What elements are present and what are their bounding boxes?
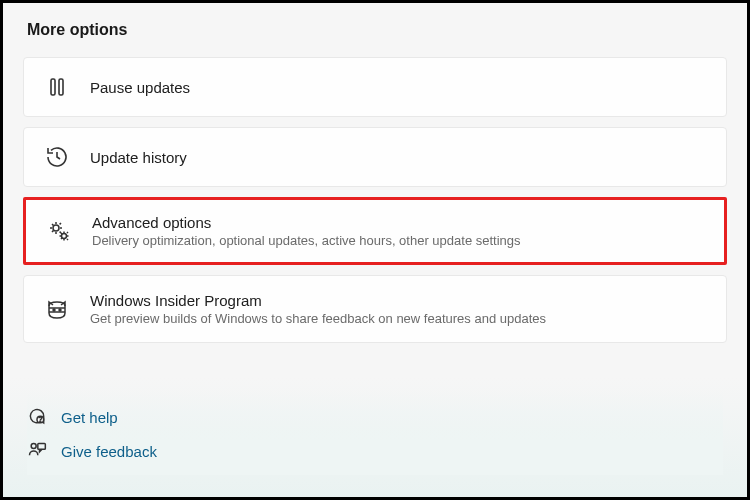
history-icon — [44, 144, 70, 170]
pause-updates-card[interactable]: Pause updates — [23, 57, 727, 117]
pause-icon — [44, 74, 70, 100]
give-feedback-link[interactable]: Give feedback — [27, 441, 723, 461]
windows-insider-card[interactable]: Windows Insider Program Get preview buil… — [23, 275, 727, 343]
footer-link-label: Get help — [61, 409, 118, 426]
svg-point-4 — [53, 309, 55, 311]
option-text: Pause updates — [90, 79, 190, 96]
option-label: Pause updates — [90, 79, 190, 96]
update-history-card[interactable]: Update history — [23, 127, 727, 187]
advanced-options-card[interactable]: Advanced options Delivery optimization, … — [23, 197, 727, 265]
option-text: Advanced options Delivery optimization, … — [92, 214, 521, 248]
feedback-icon — [27, 441, 47, 461]
svg-rect-0 — [51, 79, 55, 95]
svg-point-3 — [62, 234, 67, 239]
section-title: More options — [27, 21, 727, 39]
footer-link-label: Give feedback — [61, 443, 157, 460]
svg-point-8 — [31, 444, 36, 449]
option-label: Windows Insider Program — [90, 292, 546, 309]
svg-point-5 — [59, 309, 61, 311]
option-label: Update history — [90, 149, 187, 166]
help-icon — [27, 407, 47, 427]
option-text: Update history — [90, 149, 187, 166]
svg-rect-9 — [38, 444, 46, 450]
option-sublabel: Delivery optimization, optional updates,… — [92, 233, 521, 248]
option-sublabel: Get preview builds of Windows to share f… — [90, 311, 546, 326]
option-label: Advanced options — [92, 214, 521, 231]
ninja-cat-icon — [44, 296, 70, 322]
svg-point-7 — [40, 421, 41, 422]
gears-icon — [46, 218, 72, 244]
footer-links: Get help Give feedback — [27, 391, 723, 475]
option-text: Windows Insider Program Get preview buil… — [90, 292, 546, 326]
get-help-link[interactable]: Get help — [27, 407, 723, 427]
svg-rect-1 — [59, 79, 63, 95]
svg-point-2 — [53, 225, 59, 231]
